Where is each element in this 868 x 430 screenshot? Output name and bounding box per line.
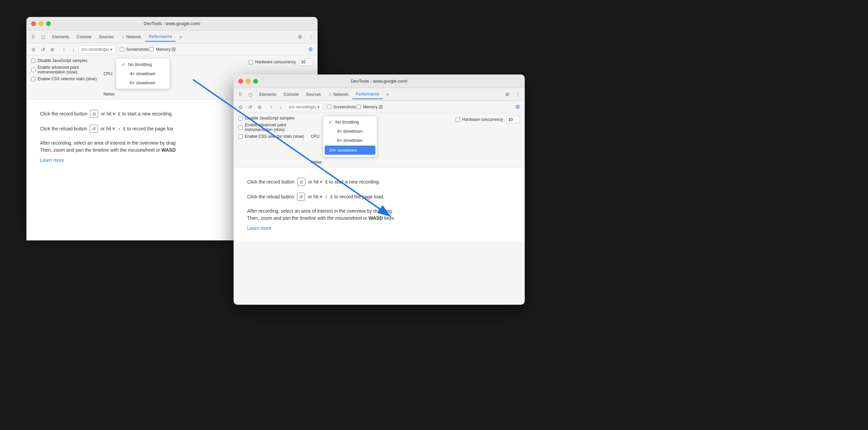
devtools-icon-back[interactable]: ⠿ — [28, 32, 38, 42]
traffic-lights-back — [31, 21, 51, 26]
right-settings-front: Hardware concurrency — [456, 116, 520, 123]
advanced-paint-back[interactable]: Enable advanced paintinstrumentation (sl… — [31, 65, 97, 74]
toolbar-right-front: ⚙ — [513, 103, 522, 111]
cpu-row-front: CPU: ✓ No throttling 4× slowdown — [311, 116, 377, 157]
upload-btn-front[interactable]: ↑ — [267, 103, 276, 111]
tab-bar-front: ⠿ ◻ Elements Console Sources ⚠ Network P… — [234, 88, 525, 101]
tab-right-back: ⚙ ⋮ — [295, 32, 316, 42]
cpu-area-front: CPU: ✓ No throttling 4× slowdown — [311, 116, 377, 165]
tab-elements-front[interactable]: Elements — [256, 90, 280, 99]
more-icon-front[interactable]: ⋮ — [513, 90, 523, 99]
tab-network-back[interactable]: ⚠ Network — [118, 32, 145, 42]
settings-icon-back[interactable]: ⚙ — [295, 32, 305, 42]
upload-btn-back[interactable]: ↑ — [60, 45, 68, 54]
screenshots-check-back[interactable] — [120, 47, 124, 51]
download-btn-back[interactable]: ↓ — [69, 45, 78, 54]
download-btn-front[interactable]: ↓ — [276, 103, 285, 111]
separator1-front — [325, 104, 325, 110]
disable-js-front[interactable]: Disable JavaScript samples — [238, 116, 304, 121]
hardware-concurrency-back[interactable]: Hardware concurrency — [248, 60, 296, 64]
toolbar-front: ⊙ ↺ ⊘ ↑ ↓ (no recordings) ▾ Screenshots … — [234, 101, 525, 113]
hardware-concurrency-front[interactable]: Hardware concurrency — [456, 117, 503, 122]
tab-sources-back[interactable]: Sources — [95, 32, 117, 42]
concurrency-input-front[interactable] — [506, 116, 520, 123]
tab-network-front[interactable]: ⚠ Network — [325, 90, 352, 99]
dropdown-no-throttling-front[interactable]: ✓ No throttling — [323, 117, 377, 127]
learn-more-front[interactable]: Learn more — [247, 225, 272, 231]
tab-elements-back[interactable]: Elements — [49, 32, 72, 42]
separator1-back — [117, 46, 118, 53]
maximize-button-back[interactable] — [46, 21, 51, 26]
toolbar-right-back: ⚙ — [306, 45, 315, 54]
warning-icon-back: ⚠ — [121, 35, 125, 39]
dropdown-20x-front[interactable]: 20× slowdown — [325, 146, 375, 155]
cpu-dropdown-front[interactable]: ✓ No throttling 4× slowdown 6× slowdown — [323, 116, 377, 157]
toolbar-back: ⊙ ↺ ⊘ ↑ ↓ (no recordings) ▾ Screenshots … — [26, 43, 318, 56]
check-icon-back: ✓ — [122, 62, 125, 67]
record-instruction-front: Click the record button ⊙ or hit ⌘ E to … — [247, 178, 511, 186]
reload-btn-front[interactable]: ↺ — [246, 103, 255, 111]
tab-performance-back[interactable]: Performance — [145, 32, 175, 42]
clear-btn-back[interactable]: ⊘ — [48, 45, 57, 54]
window-title-back: DevTools - www.google.com/ — [144, 21, 200, 26]
clear-btn-front[interactable]: ⊘ — [255, 103, 264, 111]
dropdown-4x-back[interactable]: 4× slowdown — [116, 69, 170, 78]
description-front: After recording, select an area of inter… — [247, 208, 511, 222]
concurrency-input-back[interactable] — [299, 58, 313, 66]
reload-btn-back[interactable]: ↺ — [39, 45, 47, 54]
network-row-front: Netwc — [311, 160, 377, 165]
memory-check-back[interactable] — [149, 47, 154, 51]
maximize-button-front[interactable] — [253, 79, 258, 84]
close-button-back[interactable] — [31, 21, 36, 26]
dropdown-no-throttling-back[interactable]: ✓ No throttling — [116, 60, 170, 69]
reload-instruction-front: Click the reload button ↺ or hit ⌘ ⇧ E t… — [247, 193, 511, 201]
inspect-icon-front[interactable]: ◻ — [246, 90, 255, 99]
cpu-row-back: CPU: ✓ No throttling 4× slowdown — [104, 58, 170, 89]
tab-sources-front[interactable]: Sources — [303, 90, 324, 99]
recordings-dropdown-front[interactable]: (no recordings) ▾ — [286, 103, 323, 111]
tab-performance-front[interactable]: Performance — [352, 90, 383, 99]
memory-checkbox-front[interactable]: Memory — [356, 105, 377, 109]
inspect-icon-back[interactable]: ◻ — [39, 32, 48, 42]
screenshots-checkbox-front[interactable]: Screenshots — [327, 105, 356, 109]
advanced-paint-front[interactable]: Enable advanced paintinstrumentation (sl… — [238, 123, 304, 132]
title-bar-front: DevTools - www.google.com/ — [234, 74, 525, 88]
record-icon-inline-front: ⊙ — [297, 178, 305, 186]
record-btn-back[interactable]: ⊙ — [29, 45, 38, 54]
minimize-button-front[interactable] — [246, 79, 251, 84]
cpu-area-back: CPU: ✓ No throttling 4× slowdown — [104, 58, 170, 96]
chevron-icon-front: ▾ — [318, 105, 320, 109]
tab-console-front[interactable]: Console — [280, 90, 302, 99]
close-button-front[interactable] — [238, 79, 243, 84]
tab-more-front[interactable]: » — [383, 90, 392, 99]
devtools-window-front: DevTools - www.google.com/ ⠿ ◻ Elements … — [234, 74, 525, 305]
dropdown-6x-back[interactable]: 6× slowdown — [116, 78, 170, 87]
memory-check-front[interactable] — [356, 105, 361, 109]
reload-icon-inline-back: ↺ — [90, 125, 98, 133]
record-btn-front[interactable]: ⊙ — [236, 103, 245, 111]
cpu-dropdown-back[interactable]: ✓ No throttling 4× slowdown 6× slowdown — [116, 58, 170, 89]
recordings-dropdown-back[interactable]: (no recordings) ▾ — [79, 45, 115, 53]
title-bar-back: DevTools - www.google.com/ — [26, 17, 318, 30]
css-selector-front[interactable]: Enable CSS selector stats (slow) — [238, 134, 304, 139]
more-icon-back[interactable]: ⋮ — [306, 32, 316, 42]
css-selector-back[interactable]: Enable CSS selector stats (slow) — [31, 77, 97, 81]
chevron-icon-back: ▾ — [110, 47, 112, 52]
dropdown-6x-front[interactable]: 6× slowdown — [323, 136, 377, 145]
screenshots-check-front[interactable] — [327, 105, 331, 109]
right-settings-back: Hardware concurrency — [248, 58, 313, 66]
memory-checkbox-back[interactable]: Memory — [149, 47, 170, 52]
learn-more-back[interactable]: Learn more — [40, 157, 64, 163]
gear-btn-front[interactable]: ⚙ — [513, 103, 522, 111]
settings-icon-front[interactable]: ⚙ — [502, 90, 512, 99]
disable-js-back[interactable]: Disable JavaScript samples — [31, 58, 97, 63]
screenshots-checkbox-back[interactable]: Screenshots — [120, 47, 149, 52]
dropdown-4x-front[interactable]: 4× slowdown — [323, 127, 377, 136]
tab-console-back[interactable]: Console — [73, 32, 95, 42]
settings-row-left-front: Disable JavaScript samples Enable advanc… — [238, 116, 304, 139]
main-content-front: Click the record button ⊙ or hit ⌘ E to … — [234, 168, 525, 241]
gear-btn-back[interactable]: ⚙ — [306, 45, 315, 54]
devtools-icon-front[interactable]: ⠿ — [236, 90, 245, 99]
tab-more-back[interactable]: » — [176, 32, 185, 42]
minimize-button-back[interactable] — [39, 21, 43, 26]
